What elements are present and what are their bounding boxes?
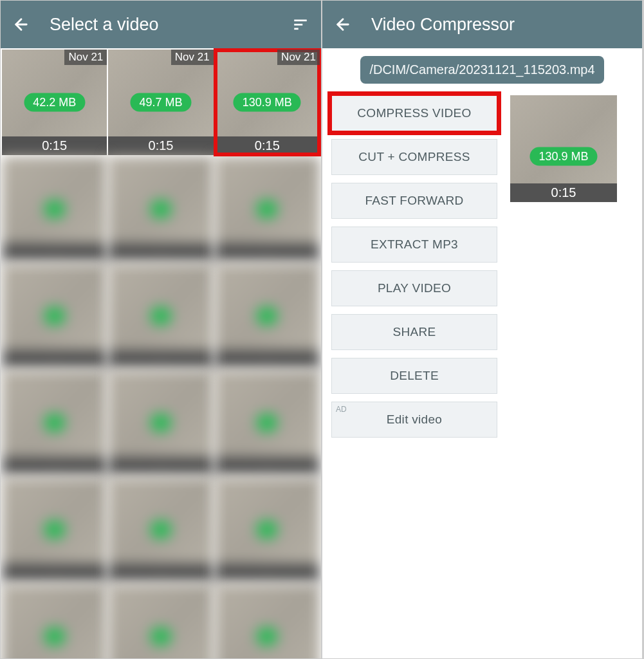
duration-label: 0:15 bbox=[510, 183, 617, 202]
date-badge: Nov 21 bbox=[277, 50, 320, 65]
size-badge: 42.2 MB bbox=[24, 93, 85, 112]
sort-icon bbox=[292, 16, 309, 33]
action-button-extract-mp3[interactable]: EXTRACT MP3 bbox=[331, 227, 497, 263]
video-grid: Nov 2142.2 MB0:15Nov 2149.7 MB0:15Nov 21… bbox=[1, 48, 321, 658]
duration-label: · bbox=[2, 564, 107, 582]
duration-label: · bbox=[108, 564, 213, 582]
video-tile-blurred[interactable]: ·· bbox=[2, 263, 107, 369]
video-tile-blurred[interactable]: ·· bbox=[2, 477, 107, 582]
duration-label: · bbox=[215, 243, 320, 262]
duration-label: · bbox=[215, 350, 320, 369]
video-tile-blurred[interactable]: ·· bbox=[108, 584, 213, 658]
action-label: COMPRESS VIDEO bbox=[357, 106, 471, 120]
video-tile-blurred[interactable]: ·· bbox=[215, 263, 320, 369]
video-tile-blurred[interactable]: ·· bbox=[215, 156, 320, 262]
video-tile-blurred[interactable]: ·· bbox=[2, 584, 107, 658]
action-label: DELETE bbox=[390, 369, 439, 382]
file-path: /DCIM/Camera/20231121_115203.mp4 bbox=[360, 56, 603, 84]
action-button-share[interactable]: SHARE bbox=[331, 314, 497, 350]
svg-rect-1 bbox=[294, 19, 307, 21]
video-tile-blurred[interactable]: ·· bbox=[215, 477, 320, 582]
action-label: CUT + COMPRESS bbox=[358, 150, 470, 163]
video-tile-blurred[interactable]: ·· bbox=[108, 263, 213, 369]
size-badge: · bbox=[257, 307, 278, 326]
action-label: SHARE bbox=[393, 325, 436, 339]
ad-label: AD bbox=[336, 405, 347, 414]
appbar-right: Video Compressor bbox=[322, 1, 642, 48]
action-button-delete[interactable]: DELETE bbox=[331, 358, 497, 394]
video-tile[interactable]: Nov 21130.9 MB0:15 bbox=[215, 50, 320, 155]
size-badge: · bbox=[257, 414, 278, 432]
size-badge: · bbox=[44, 414, 65, 432]
duration-label: · bbox=[108, 350, 213, 369]
size-badge: 49.7 MB bbox=[130, 93, 191, 112]
video-tile-blurred[interactable]: ·· bbox=[108, 477, 213, 582]
duration-label: · bbox=[2, 457, 107, 476]
video-tile-blurred[interactable]: ·· bbox=[108, 370, 213, 476]
page-title: Video Compressor bbox=[371, 15, 630, 35]
video-tile-blurred[interactable]: ·· bbox=[215, 370, 320, 476]
date-badge: Nov 21 bbox=[64, 50, 107, 65]
thumbnail-column: 130.9 MB 0:15 bbox=[510, 95, 617, 202]
duration-label: 0:15 bbox=[2, 136, 107, 155]
duration-label: · bbox=[2, 243, 107, 262]
action-label: EXTRACT MP3 bbox=[371, 237, 458, 251]
sort-button[interactable] bbox=[291, 15, 309, 33]
size-badge: · bbox=[150, 627, 171, 646]
duration-label: · bbox=[2, 350, 107, 369]
appbar-left: Select a video bbox=[1, 1, 321, 48]
video-tile[interactable]: Nov 2142.2 MB0:15 bbox=[2, 50, 107, 155]
right-content: /DCIM/Camera/20231121_115203.mp4 COMPRES… bbox=[322, 48, 642, 658]
size-badge: 130.9 MB bbox=[234, 93, 301, 112]
action-label: PLAY VIDEO bbox=[378, 281, 451, 295]
video-compressor-panel: Video Compressor /DCIM/Camera/20231121_1… bbox=[322, 1, 643, 658]
size-badge: · bbox=[150, 521, 171, 539]
video-tile-blurred[interactable]: ·· bbox=[215, 584, 320, 658]
svg-rect-3 bbox=[294, 28, 299, 30]
duration-label: · bbox=[215, 457, 320, 476]
size-badge: · bbox=[257, 521, 278, 539]
size-badge: · bbox=[150, 414, 171, 432]
video-tile-blurred[interactable]: ·· bbox=[2, 156, 107, 262]
size-badge: 130.9 MB bbox=[529, 147, 597, 165]
action-button-play-video[interactable]: PLAY VIDEO bbox=[331, 270, 497, 306]
action-label: FAST FORWARD bbox=[365, 194, 463, 207]
action-button-fast-forward[interactable]: FAST FORWARD bbox=[331, 183, 497, 219]
action-button-cut-compress[interactable]: CUT + COMPRESS bbox=[331, 139, 497, 175]
size-badge: · bbox=[150, 307, 171, 326]
size-badge: · bbox=[257, 627, 278, 646]
duration-label: · bbox=[108, 457, 213, 476]
size-badge: · bbox=[44, 627, 65, 646]
back-arrow-icon bbox=[334, 15, 352, 33]
duration-label: · bbox=[108, 243, 213, 262]
size-badge: · bbox=[44, 307, 65, 326]
size-badge: · bbox=[257, 200, 278, 219]
back-arrow-icon bbox=[12, 15, 30, 33]
size-badge: · bbox=[44, 521, 65, 539]
size-badge: · bbox=[44, 200, 65, 219]
svg-rect-2 bbox=[294, 24, 302, 26]
action-label: Edit video bbox=[387, 413, 442, 426]
action-button-edit-video[interactable]: ADEdit video bbox=[331, 402, 497, 438]
actions-column: COMPRESS VIDEOCUT + COMPRESSFAST FORWARD… bbox=[331, 95, 497, 438]
back-button[interactable] bbox=[12, 15, 30, 33]
back-button[interactable] bbox=[334, 15, 352, 33]
select-video-panel: Select a video Nov 2142.2 MB0:15Nov 2149… bbox=[1, 1, 322, 658]
page-title: Select a video bbox=[50, 15, 291, 35]
video-tile-blurred[interactable]: ·· bbox=[108, 156, 213, 262]
duration-label: · bbox=[215, 564, 320, 582]
date-badge: Nov 21 bbox=[171, 50, 214, 65]
duration-label: 0:15 bbox=[215, 136, 320, 155]
video-tile[interactable]: Nov 2149.7 MB0:15 bbox=[108, 50, 213, 155]
video-tile-blurred[interactable]: ·· bbox=[2, 370, 107, 476]
size-badge: · bbox=[150, 200, 171, 219]
duration-label: 0:15 bbox=[108, 136, 213, 155]
selected-video-thumbnail[interactable]: 130.9 MB 0:15 bbox=[510, 95, 617, 202]
action-button-compress-video[interactable]: COMPRESS VIDEO bbox=[331, 95, 497, 131]
